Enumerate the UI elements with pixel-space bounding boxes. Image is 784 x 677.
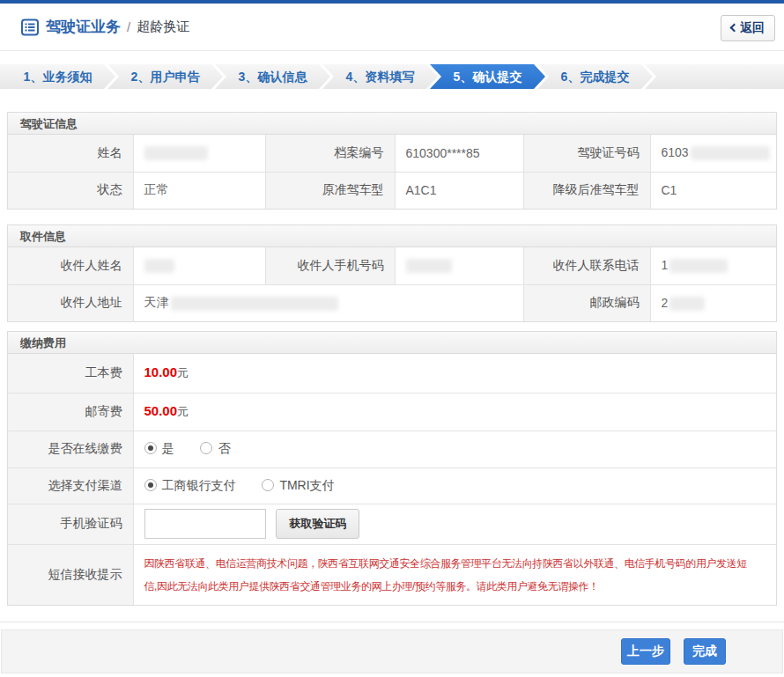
- breadcrumb-separator: /: [127, 19, 130, 34]
- online-pay-options: 是 否: [133, 430, 776, 467]
- status-value: 正常: [133, 172, 265, 209]
- redacted-postcode: [669, 297, 705, 311]
- redacted-recipient-phone: [669, 259, 728, 273]
- license-no-value: 6103: [650, 135, 776, 172]
- recipient-phone-label: 收件人联系电话: [523, 247, 650, 284]
- name-value: [133, 135, 265, 172]
- step-1-business-notice[interactable]: 1、业务须知: [0, 64, 115, 89]
- production-fee-value: 10.00元: [133, 354, 776, 393]
- section-title-pickup: 取件信息: [8, 225, 776, 247]
- radio-channel-icbc-label: 工商银行支付: [162, 478, 236, 492]
- pay-channel-options: 工商银行支付 TMRI支付: [133, 467, 776, 504]
- pay-channel-label: 选择支付渠道: [8, 467, 133, 504]
- radio-channel-tmri-label: TMRI支付: [279, 478, 334, 492]
- fees-table: 工本费 10.00元 邮寄费 50.00元 是否在线缴费 是 否 选择支付渠道 …: [8, 354, 776, 605]
- license-info-table: 姓名 档案编号 610300****85 驾驶证号码 6103 状态 正常 原准…: [8, 135, 776, 209]
- redacted-name: [144, 146, 208, 160]
- step-progress-bar: 1、业务须知 2、用户申告 3、确认信息 4、资料填写 5、确认提交 6、完成提…: [0, 64, 784, 89]
- redacted-recipient-address: [171, 297, 338, 311]
- page-subtitle: 超龄换证: [137, 18, 189, 35]
- page-header: 驾驶证业务 / 超龄换证 返回: [0, 4, 784, 51]
- radio-channel-tmri[interactable]: [262, 479, 274, 491]
- radio-online-pay-no-label: 否: [218, 441, 230, 455]
- finish-button[interactable]: 完成: [684, 638, 726, 665]
- recipient-phone-value: 1: [650, 247, 776, 284]
- sms-notice-text: 因陕西省联通、电信运营商技术问题，陕西省互联网交通安全综合服务管理平台无法向持陕…: [133, 544, 776, 605]
- downgraded-class-label: 降级后准驾车型: [523, 172, 650, 209]
- section-title-fees: 缴纳费用: [8, 332, 776, 354]
- downgraded-class-value: C1: [650, 172, 776, 209]
- section-pickup-info: 取件信息 收件人姓名 收件人手机号码 收件人联系电话 1 收件人地址 天津 邮政…: [7, 224, 777, 322]
- step-2-user-declaration[interactable]: 2、用户申告: [107, 64, 223, 89]
- orig-class-label: 原准驾车型: [265, 172, 395, 209]
- orig-class-value: A1C1: [395, 172, 523, 209]
- section-title-license: 驾驶证信息: [8, 113, 776, 135]
- recipient-address-label: 收件人地址: [8, 284, 133, 321]
- section-license-info: 驾驶证信息 姓名 档案编号 610300****85 驾驶证号码 6103 状态…: [7, 112, 777, 210]
- redacted-recipient-name: [144, 259, 174, 273]
- online-pay-label: 是否在线缴费: [8, 430, 133, 467]
- recipient-mobile-value: [395, 247, 523, 284]
- radio-online-pay-yes-label: 是: [162, 441, 174, 455]
- chevron-left-icon: [730, 24, 739, 33]
- step-3-confirm-info[interactable]: 3、确认信息: [215, 64, 330, 89]
- postage-fee-value: 50.00元: [133, 393, 776, 430]
- sms-code-label: 手机验证码: [8, 504, 133, 544]
- step-5-confirm-submit[interactable]: 5、确认提交: [430, 64, 545, 89]
- postage-fee-label: 邮寄费: [8, 393, 133, 430]
- status-label: 状态: [8, 172, 133, 209]
- postcode-value: 2: [650, 284, 776, 321]
- section-fees: 缴纳费用 工本费 10.00元 邮寄费 50.00元 是否在线缴费 是 否 选择…: [7, 331, 777, 606]
- name-label: 姓名: [8, 135, 133, 172]
- back-button[interactable]: 返回: [721, 15, 775, 41]
- recipient-address-value: 天津: [133, 284, 523, 321]
- radio-online-pay-no[interactable]: [200, 442, 212, 454]
- sms-code-input[interactable]: [144, 509, 266, 539]
- license-service-icon: [21, 18, 39, 36]
- radio-online-pay-yes[interactable]: [144, 442, 157, 454]
- content-bottom-divider: [0, 622, 784, 622]
- file-no-label: 档案编号: [265, 135, 395, 172]
- postcode-label: 邮政编码: [523, 284, 650, 321]
- step-bar-tail: [645, 64, 784, 89]
- recipient-name-label: 收件人姓名: [8, 247, 133, 284]
- recipient-name-value: [133, 247, 265, 284]
- pickup-info-table: 收件人姓名 收件人手机号码 收件人联系电话 1 收件人地址 天津 邮政编码 2: [8, 247, 776, 321]
- recipient-mobile-label: 收件人手机号码: [265, 247, 395, 284]
- redacted-license-no: [691, 146, 770, 160]
- sms-notice-label: 短信接收提示: [8, 544, 133, 605]
- radio-channel-icbc[interactable]: [144, 479, 157, 491]
- sms-code-field: 获取验证码: [133, 504, 776, 544]
- footer-action-bar: 上一步 完成: [1, 629, 783, 673]
- previous-step-button[interactable]: 上一步: [621, 638, 670, 665]
- step-4-fill-materials[interactable]: 4、资料填写: [322, 64, 438, 89]
- page-title: 驾驶证业务: [46, 17, 121, 37]
- get-code-button[interactable]: 获取验证码: [276, 509, 359, 539]
- file-no-value: 610300****85: [395, 135, 523, 172]
- redacted-recipient-mobile: [406, 259, 452, 273]
- production-fee-label: 工本费: [8, 354, 133, 393]
- step-6-complete-submit[interactable]: 6、完成提交: [537, 64, 653, 89]
- license-no-label: 驾驶证号码: [523, 135, 650, 172]
